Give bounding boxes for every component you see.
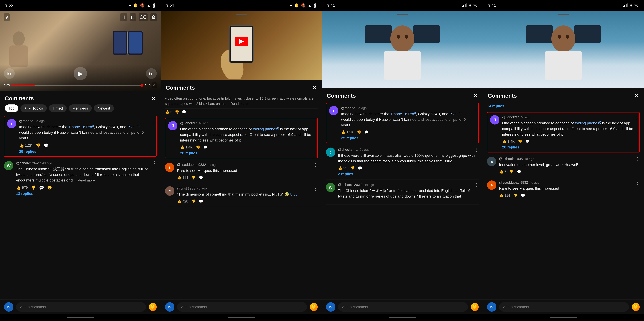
like-cristi-2[interactable]: 👍 428 (177, 199, 188, 203)
like-count-akhtarh-4: 7 (504, 170, 506, 174)
replies-btn-ranrise-3[interactable]: 25 replies (341, 136, 476, 140)
dislike-scroll-top-2[interactable]: 👎 (175, 110, 179, 114)
more-btn-ssedul-4[interactable]: ⋮ (635, 180, 640, 186)
reply-cristi-2[interactable]: 💬 (199, 199, 203, 203)
avatar-ranrise-1: r (7, 119, 16, 128)
video-area-3[interactable] (322, 11, 483, 88)
video-area-1[interactable]: ∨ ⏸ ⊡ CC ⚙ ⏮ ▶ ⏭ 2:03 11:18 ⤢ (0, 11, 161, 91)
reply-ssedul-4[interactable]: 💬 (521, 193, 525, 198)
like-ranrise-3[interactable]: 👍 1.2K (341, 130, 354, 134)
like-action-richard-1[interactable]: 👍 979 (16, 185, 28, 190)
close-comments-button-3[interactable]: ✕ (473, 92, 478, 99)
pause-icon[interactable]: ⏸ (120, 13, 127, 21)
like-action-jeno-2[interactable]: 👍 1.4K (180, 145, 193, 149)
next-button[interactable]: ⏭ (146, 68, 157, 79)
like-jeno-4[interactable]: 👍 1.4K (502, 139, 515, 143)
add-comment-input-2[interactable]: Add a comment... (177, 302, 307, 312)
like-akhtarh-4[interactable]: 👍 7 (499, 170, 506, 174)
prev-button[interactable]: ⏮ (4, 68, 15, 79)
video-area-2[interactable] (161, 11, 322, 80)
tab-members-1[interactable]: Members (69, 104, 92, 112)
reply-icon-jeno-2[interactable]: 💬 (203, 145, 208, 149)
add-comment-input-4[interactable]: Add a comment... (499, 302, 629, 312)
replies-btn-richard-1[interactable]: 13 replies (16, 192, 157, 196)
read-more-scroll-2[interactable]: Read more (230, 102, 248, 106)
play-button[interactable]: ▶ (74, 67, 87, 80)
reply-checkems-3[interactable]: 💬 (358, 166, 362, 170)
super-thanks-button-1[interactable]: 💛 (149, 303, 157, 311)
reply-ranrise-3[interactable]: 💬 (364, 130, 368, 134)
dislike-akhtarh-4[interactable]: 👎 (510, 170, 514, 174)
dislike-ssedul-2[interactable]: 👎 (191, 176, 196, 180)
comments-header-4: Comments ✕ (483, 88, 644, 102)
pixel-link-3[interactable]: Pixel 9 (449, 112, 460, 116)
reply-icon-action-1[interactable]: 💬 (44, 143, 48, 148)
more-btn-ranrise-1[interactable]: ⋮ (152, 119, 156, 124)
add-comment-input-1[interactable]: Add a comment... (16, 302, 146, 312)
reply-akhtarh-4[interactable]: 💬 (517, 170, 521, 174)
reply-icon-richard-1[interactable]: 💬 (39, 185, 44, 190)
like-action-1[interactable]: 👍 1.2K (19, 143, 32, 148)
progress-bar-1[interactable] (11, 85, 142, 86)
dislike-ssedul-4[interactable]: 👎 (513, 193, 518, 198)
tab-newest-1[interactable]: Newest (94, 104, 114, 112)
more-btn-richard-3[interactable]: ⋮ (474, 182, 479, 188)
super-thanks-button-4[interactable]: 💛 (632, 303, 640, 311)
tab-topics-1[interactable]: ✦ ✦ Topics (20, 104, 47, 112)
more-btn-akhtarh-4[interactable]: ⋮ (635, 156, 640, 162)
more-btn-cristi-2[interactable]: ⋮ (313, 186, 318, 191)
replies-btn-ranrise-1[interactable]: 25 replies (19, 149, 154, 154)
more-btn-ssedul-2[interactable]: ⋮ (313, 162, 318, 168)
super-thanks-button-2[interactable]: 💛 (310, 303, 318, 311)
close-comments-button-4[interactable]: ✕ (634, 92, 639, 99)
dislike-action-jeno-2[interactable]: 👎 (196, 145, 200, 149)
dislike-jeno-4[interactable]: 👎 (518, 139, 522, 143)
top-replies-btn-4[interactable]: 14 replies (487, 104, 504, 108)
close-comments-button-1[interactable]: ✕ (151, 95, 156, 102)
like-count-ssedul-4: 114 (504, 193, 510, 198)
dislike-action-richard-1[interactable]: 👎 (31, 185, 36, 190)
comment-author-ssedul-4: @sseddupaul9832 (499, 181, 528, 185)
tab-top-1[interactable]: Top (5, 104, 18, 112)
video-thumbnail-3 (322, 11, 483, 88)
more-btn-checkems-3[interactable]: ⋮ (474, 147, 479, 152)
reply-ssedul-2[interactable]: 💬 (199, 176, 203, 180)
dislike-ranrise-3[interactable]: 👎 (357, 130, 361, 134)
settings-icon[interactable]: ⚙ (150, 13, 157, 21)
reply-icon-scroll-top-2[interactable]: 💬 (182, 110, 186, 114)
replies-btn-jeno-2[interactable]: 28 replies (180, 151, 315, 155)
iphone-link-3[interactable]: iPhone 16 Pro (390, 112, 414, 116)
folding-link-4[interactable]: folding phones (575, 121, 599, 125)
add-comment-input-3[interactable]: Add a comment... (338, 302, 468, 312)
iphone-link-1[interactable]: iPhone 16 Pro (68, 125, 92, 129)
like-checkems-3[interactable]: 👍 25 (338, 166, 347, 170)
read-more-richard-1[interactable]: Read more (78, 178, 95, 182)
more-btn-ranrise-3[interactable]: ⋮ (474, 106, 478, 111)
close-comments-button-2[interactable]: ✕ (312, 84, 317, 91)
more-btn-richard-1[interactable]: ⋮ (152, 160, 157, 166)
video-area-4[interactable] (483, 11, 644, 88)
like-scroll-top-2[interactable]: 👍 6 (165, 110, 172, 114)
fullscreen-icon-1[interactable]: ⤢ (152, 82, 157, 88)
like-ssedul-4[interactable]: 👍 114 (499, 193, 510, 198)
more-btn-jeno-2[interactable]: ⋮ (312, 121, 317, 127)
captions-icon[interactable]: CC (138, 13, 148, 21)
cast-icon[interactable]: ⊡ (130, 13, 136, 21)
timestamp-link-2[interactable]: 8:50 (290, 192, 298, 196)
like-ssedul-2[interactable]: 👍 114 (177, 176, 188, 180)
collapse-icon[interactable]: ∨ (4, 13, 10, 21)
replies-btn-checkems-3[interactable]: 2 replies (338, 172, 479, 176)
add-comment-bar-1: K Add a comment... 💛 (0, 299, 161, 314)
like-count-checkems-3: 25 (343, 166, 347, 170)
folding-link-2[interactable]: folding phones (253, 127, 277, 131)
reply-jeno-4[interactable]: 💬 (525, 139, 530, 143)
comment-author-richard-3: @richard126wfr (338, 183, 362, 187)
pixel-link-1[interactable]: Pixel 9 (127, 125, 138, 129)
dislike-cristi-2[interactable]: 👎 (191, 199, 196, 203)
more-btn-jeno-4[interactable]: ⋮ (634, 115, 639, 121)
tab-timed-1[interactable]: Timed (49, 104, 66, 112)
dislike-checkems-3[interactable]: 👎 (350, 166, 355, 170)
dislike-action-1[interactable]: 👎 (36, 143, 40, 148)
replies-btn-jeno-4[interactable]: 28 replies (502, 145, 637, 149)
super-thanks-button-3[interactable]: 💛 (471, 303, 479, 311)
